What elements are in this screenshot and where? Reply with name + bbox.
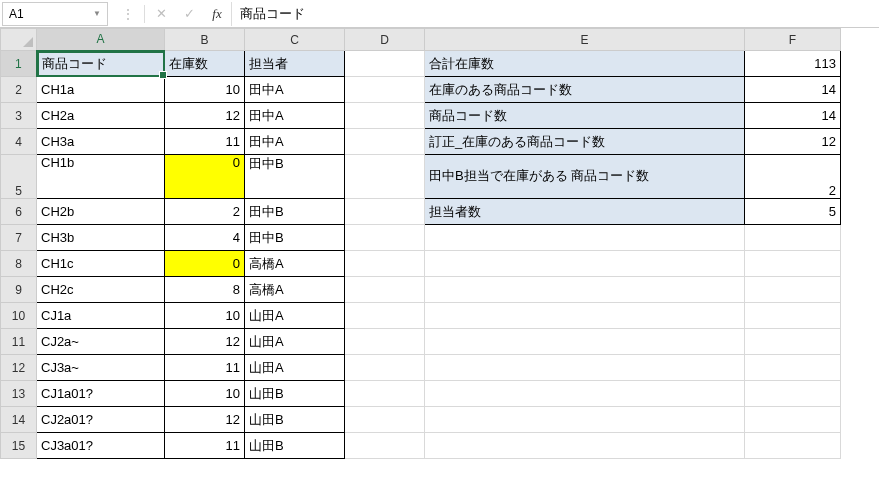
cell-F[interactable] — [745, 329, 841, 355]
cell-B[interactable]: 4 — [165, 225, 245, 251]
cell-D[interactable] — [345, 225, 425, 251]
cell-D[interactable] — [345, 251, 425, 277]
row-header[interactable]: 7 — [1, 225, 37, 251]
cell-E[interactable]: 担当者数 — [425, 199, 745, 225]
cell-C[interactable]: 山田B — [245, 407, 345, 433]
name-box[interactable]: A1 ▼ — [2, 2, 108, 26]
cell-B[interactable]: 12 — [165, 407, 245, 433]
row-header[interactable]: 15 — [1, 433, 37, 459]
cell-A[interactable]: CH2c — [37, 277, 165, 303]
cell-C[interactable]: 田中B — [245, 155, 345, 199]
cell-E1[interactable]: 合計在庫数 — [425, 51, 745, 77]
cell-A[interactable]: CJ1a — [37, 303, 165, 329]
cell-C[interactable]: 田中A — [245, 129, 345, 155]
cell-F[interactable] — [745, 381, 841, 407]
cell-C[interactable]: 山田A — [245, 303, 345, 329]
cell-F[interactable]: 12 — [745, 129, 841, 155]
cell-B[interactable]: 0 — [165, 251, 245, 277]
cell-D[interactable] — [345, 155, 425, 199]
cell-F[interactable]: 14 — [745, 77, 841, 103]
cell-A[interactable]: CH2a — [37, 103, 165, 129]
col-header-A[interactable]: A — [37, 29, 165, 51]
cell-F[interactable]: 2 — [745, 155, 841, 199]
row-header[interactable]: 2 — [1, 77, 37, 103]
cell-A[interactable]: CH2b — [37, 199, 165, 225]
row-header[interactable]: 6 — [1, 199, 37, 225]
cell-E[interactable] — [425, 329, 745, 355]
cell-F[interactable] — [745, 433, 841, 459]
cell-C[interactable]: 高橋A — [245, 251, 345, 277]
cell-D[interactable] — [345, 381, 425, 407]
enter-icon[interactable]: ✓ — [175, 2, 203, 26]
cell-B[interactable]: 0 — [165, 155, 245, 199]
cancel-icon[interactable]: ✕ — [147, 2, 175, 26]
cell-C[interactable]: 田中A — [245, 77, 345, 103]
cell-A[interactable]: CH3b — [37, 225, 165, 251]
col-header-E[interactable]: E — [425, 29, 745, 51]
cell-C[interactable]: 田中B — [245, 225, 345, 251]
fx-icon[interactable]: fx — [203, 2, 231, 26]
cell-B1[interactable]: 在庫数 — [165, 51, 245, 77]
cell-C[interactable]: 山田B — [245, 381, 345, 407]
row-header[interactable]: 5 — [1, 155, 37, 199]
cell-D[interactable] — [345, 199, 425, 225]
cell-B[interactable]: 12 — [165, 329, 245, 355]
cell-B[interactable]: 2 — [165, 199, 245, 225]
cell-A[interactable]: CH1c — [37, 251, 165, 277]
cell-E[interactable]: 在庫のある商品コード数 — [425, 77, 745, 103]
cell-B[interactable]: 12 — [165, 103, 245, 129]
cell-E[interactable] — [425, 407, 745, 433]
cell-D[interactable] — [345, 433, 425, 459]
cell-E[interactable]: 田中B担当で在庫がある 商品コード数 — [425, 155, 745, 199]
cell-A[interactable]: CJ2a~ — [37, 329, 165, 355]
cell-D[interactable] — [345, 103, 425, 129]
cell-E[interactable] — [425, 433, 745, 459]
cell-B[interactable]: 11 — [165, 433, 245, 459]
cell-B[interactable]: 10 — [165, 303, 245, 329]
cell-A[interactable]: CH3a — [37, 129, 165, 155]
cell-C[interactable]: 田中B — [245, 199, 345, 225]
cell-C[interactable]: 山田A — [245, 329, 345, 355]
row-header[interactable]: 3 — [1, 103, 37, 129]
cell-A[interactable]: CJ3a~ — [37, 355, 165, 381]
cell-C[interactable]: 高橋A — [245, 277, 345, 303]
cell-E[interactable] — [425, 277, 745, 303]
cell-F[interactable] — [745, 355, 841, 381]
cell-D[interactable] — [345, 303, 425, 329]
cell-A[interactable]: CJ1a01? — [37, 381, 165, 407]
cell-F[interactable]: 5 — [745, 199, 841, 225]
cell-F1[interactable]: 113 — [745, 51, 841, 77]
cell-A[interactable]: CH1a — [37, 77, 165, 103]
cell-C[interactable]: 山田B — [245, 433, 345, 459]
cell-C[interactable]: 山田A — [245, 355, 345, 381]
chevron-down-icon[interactable]: ▼ — [93, 9, 101, 18]
row-header[interactable]: 14 — [1, 407, 37, 433]
cell-F[interactable] — [745, 303, 841, 329]
row-header[interactable]: 9 — [1, 277, 37, 303]
cell-D[interactable] — [345, 329, 425, 355]
cell-D1[interactable] — [345, 51, 425, 77]
cell-B[interactable]: 11 — [165, 355, 245, 381]
row-header[interactable]: 12 — [1, 355, 37, 381]
cell-B[interactable]: 11 — [165, 129, 245, 155]
cell-D[interactable] — [345, 129, 425, 155]
row-header[interactable]: 10 — [1, 303, 37, 329]
cell-F[interactable] — [745, 225, 841, 251]
row-header[interactable]: 13 — [1, 381, 37, 407]
cell-D[interactable] — [345, 277, 425, 303]
cell-F[interactable] — [745, 407, 841, 433]
cell-D[interactable] — [345, 355, 425, 381]
cell-A[interactable]: CJ2a01? — [37, 407, 165, 433]
cell-F[interactable] — [745, 251, 841, 277]
cell-B[interactable]: 10 — [165, 77, 245, 103]
col-header-B[interactable]: B — [165, 29, 245, 51]
cell-A1[interactable]: 商品コード — [37, 51, 165, 77]
col-header-C[interactable]: C — [245, 29, 345, 51]
cell-A[interactable]: CJ3a01? — [37, 433, 165, 459]
cell-D[interactable] — [345, 77, 425, 103]
cell-F[interactable] — [745, 277, 841, 303]
row-header[interactable]: 11 — [1, 329, 37, 355]
cell-E[interactable] — [425, 303, 745, 329]
cell-E[interactable] — [425, 355, 745, 381]
cell-E[interactable] — [425, 251, 745, 277]
